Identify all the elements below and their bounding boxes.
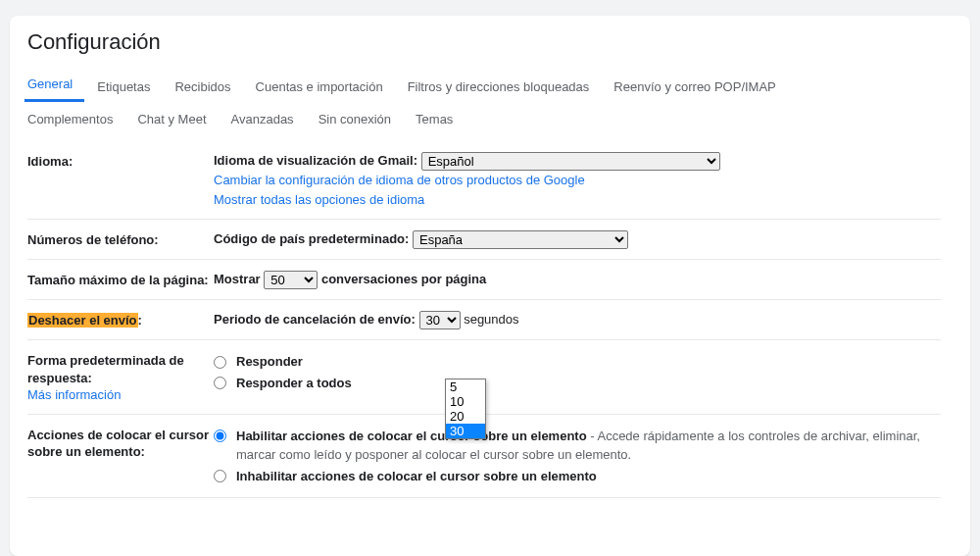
tab-avanzadas[interactable]: Avanzadas bbox=[228, 106, 306, 134]
row-pagesize: Tamaño máximo de la página: Mostrar 50 c… bbox=[27, 260, 941, 300]
label-telefono: Números de teléfono: bbox=[27, 229, 214, 249]
tabs-row-2: Complementos Chat y Meet Avanzadas Sin c… bbox=[24, 106, 953, 134]
page-title: Configuración bbox=[27, 29, 953, 55]
tab-complementos[interactable]: Complementos bbox=[24, 106, 124, 134]
hover-opt1-label: Habilitar acciones de colocar el cursor … bbox=[236, 429, 587, 443]
undo-suffix: segundos bbox=[464, 312, 518, 327]
undo-option-20[interactable]: 20 bbox=[446, 409, 485, 424]
radio-hover-enable[interactable] bbox=[214, 430, 226, 442]
settings-scroll-area[interactable]: Idioma: Idioma de visualización de Gmail… bbox=[27, 140, 953, 552]
pagesize-select[interactable]: 50 bbox=[264, 271, 318, 289]
undo-period-dropdown[interactable]: 5 10 20 30 bbox=[445, 379, 486, 439]
telefono-code-label: Código de país predeterminado: bbox=[214, 231, 409, 246]
hover-opt2-label: Inhabilitar acciones de colocar el curso… bbox=[236, 467, 597, 486]
row-telefono: Números de teléfono: Código de país pred… bbox=[27, 220, 941, 260]
link-mostrar-opciones-idioma[interactable]: Mostrar todas las opciones de idioma bbox=[214, 190, 424, 210]
row-idioma: Idioma: Idioma de visualización de Gmail… bbox=[27, 141, 941, 220]
telefono-select[interactable]: España bbox=[413, 230, 628, 249]
idioma-display-label: Idioma de visualización de Gmail: bbox=[214, 153, 417, 168]
undo-period-label: Periodo de cancelación de envío: bbox=[214, 312, 416, 327]
label-reply: Forma predeterminada de respuesta: bbox=[27, 353, 184, 385]
tab-filtros[interactable]: Filtros y direcciones bloqueadas bbox=[405, 74, 602, 102]
undo-option-30[interactable]: 30 bbox=[446, 424, 485, 438]
radio-responder[interactable] bbox=[214, 356, 226, 369]
reply-opt1: Responder bbox=[236, 352, 303, 372]
link-mas-informacion[interactable]: Más información bbox=[27, 386, 121, 404]
tab-reenvio[interactable]: Reenvío y correo POP/IMAP bbox=[611, 74, 787, 102]
undo-option-5[interactable]: 5 bbox=[446, 379, 485, 394]
settings-panel: Configuración General Etiquetas Recibido… bbox=[10, 16, 970, 556]
tab-temas[interactable]: Temas bbox=[413, 106, 465, 134]
tab-sinconexion[interactable]: Sin conexión bbox=[316, 106, 403, 134]
pagesize-prefix: Mostrar bbox=[214, 272, 261, 286]
radio-hover-disable[interactable] bbox=[214, 470, 226, 482]
idioma-select[interactable]: Español bbox=[421, 152, 720, 171]
row-cutoff bbox=[27, 498, 941, 549]
row-undo: Deshacer el envío: Periodo de cancelació… bbox=[27, 300, 941, 340]
label-undo-colon: : bbox=[138, 313, 142, 328]
reply-opt2: Responder a todos bbox=[236, 374, 352, 393]
pagesize-suffix: conversaciones por página bbox=[321, 272, 486, 286]
label-idioma: Idioma: bbox=[27, 151, 214, 171]
undo-option-10[interactable]: 10 bbox=[446, 394, 485, 409]
tab-cuentas[interactable]: Cuentas e importación bbox=[253, 74, 395, 102]
tab-recibidos[interactable]: Recibidos bbox=[172, 74, 242, 102]
tab-general[interactable]: General bbox=[24, 71, 84, 102]
tab-etiquetas[interactable]: Etiquetas bbox=[94, 74, 162, 102]
tabs-row-1: General Etiquetas Recibidos Cuentas e im… bbox=[24, 71, 953, 102]
link-cambiar-idioma[interactable]: Cambiar la configuración de idioma de ot… bbox=[214, 171, 585, 190]
tab-chat[interactable]: Chat y Meet bbox=[134, 106, 218, 134]
label-hover: Acciones de colocar el cursor sobre un e… bbox=[27, 425, 214, 461]
label-undo-highlight: Deshacer el envío bbox=[27, 313, 138, 328]
radio-responder-todos[interactable] bbox=[214, 377, 226, 389]
label-pagesize: Tamaño máximo de la página: bbox=[27, 270, 214, 289]
undo-period-select[interactable]: 30 bbox=[419, 311, 461, 329]
